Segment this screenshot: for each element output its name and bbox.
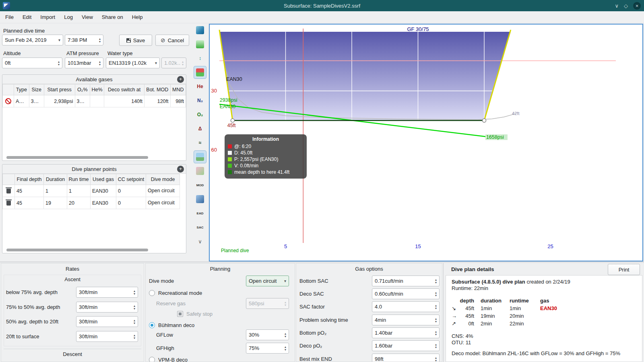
sac-icon[interactable]: SAC [194, 221, 206, 233]
heart-rate-icon[interactable]: ≈ [194, 137, 206, 149]
cell[interactable]: 45 [15, 197, 44, 209]
mod-icon[interactable]: MOD [194, 179, 206, 191]
table-row[interactable]: A…3…2,938psi3…140ft120ft98ft [3, 95, 186, 107]
cell[interactable]: 3… [75, 95, 90, 107]
po2-graph-icon[interactable] [194, 24, 206, 36]
column-header[interactable]: Final depth [15, 174, 44, 185]
cell[interactable]: 3… [29, 95, 44, 107]
delete-point-icon[interactable] [6, 189, 11, 193]
gflow-spinbox[interactable]: 30%▴▾ [246, 329, 289, 340]
gas-option-spinbox[interactable]: 1.60bar▴▾ [372, 340, 440, 351]
spinner-arrows-icon[interactable]: ▴▾ [435, 291, 437, 297]
cell[interactable]: 0 [116, 197, 146, 209]
cell[interactable]: EAN30 [91, 185, 116, 197]
menu-view[interactable]: View [77, 11, 97, 23]
spinner-arrows-icon[interactable]: ▴▾ [435, 304, 437, 310]
menu-help[interactable]: Help [128, 11, 147, 23]
cell[interactable]: 20 [67, 197, 91, 209]
column-header[interactable]: Bot. MOD [144, 84, 171, 95]
menu-import[interactable]: Import [36, 11, 60, 23]
column-header[interactable]: MND [170, 84, 186, 95]
spinner-arrows-icon[interactable]: ▴▾ [285, 346, 286, 351]
spinner-arrows-icon[interactable]: ▴▾ [134, 319, 135, 325]
spinner-arrows-icon[interactable]: ▴▾ [99, 37, 101, 43]
tts-graph-icon[interactable]: Δ [194, 123, 206, 135]
spinner-arrows-icon[interactable]: ▴▾ [435, 330, 437, 336]
cell[interactable]: 1 [67, 185, 91, 197]
cell[interactable] [90, 95, 104, 107]
spinner-arrows-icon[interactable]: ▴▾ [435, 278, 437, 284]
column-header[interactable]: Duration [44, 174, 67, 185]
gfhigh-spinbox[interactable]: 75%▴▾ [246, 343, 289, 354]
menu-file[interactable]: File [1, 11, 18, 23]
o2-graph-icon[interactable]: O₂ [194, 109, 206, 121]
waypoint-handle[interactable] [231, 119, 234, 122]
save-button[interactable]: Save [119, 35, 152, 46]
vpmb-deco-radio[interactable]: VPM-B deco [149, 357, 188, 362]
calculated-ceiling-icon[interactable] [194, 66, 206, 78]
cell[interactable]: 19 [44, 197, 67, 209]
print-button[interactable]: Print [608, 264, 640, 275]
menu-share-on[interactable]: Share on [97, 11, 128, 23]
dive-profile-chart[interactable]: 306051525EAN302938psiEAN3045ft1658psi42f… [209, 24, 643, 261]
cell[interactable]: 0 [116, 185, 146, 197]
cancel-button[interactable]: ⊘ Cancel [155, 35, 189, 46]
table-row[interactable]: 451920EAN300Open circuit [3, 197, 180, 209]
gas-option-spinbox[interactable]: 4.0▴▾ [372, 301, 440, 312]
column-header[interactable]: O₂% [75, 84, 90, 95]
close-icon[interactable]: × [633, 2, 641, 10]
ascent-rate-spinbox[interactable]: 30ft/min▴▾ [76, 287, 138, 298]
delete-point-icon[interactable] [6, 201, 11, 206]
maximize-icon[interactable]: ◇ [624, 3, 628, 9]
column-header[interactable]: Start press [44, 84, 75, 95]
dive-date-combo[interactable]: Sun Feb 24, 2019▾ [2, 35, 63, 45]
column-header[interactable]: Size [29, 84, 44, 95]
gas-option-spinbox[interactable]: 98ft▴▾ [372, 354, 440, 362]
delete-gas-icon[interactable] [5, 98, 11, 104]
column-header[interactable]: CC setpoint [116, 174, 146, 185]
column-header[interactable]: Used gas [91, 174, 116, 185]
dive-master-icon[interactable] [194, 193, 206, 205]
gas-option-spinbox[interactable]: 0.60cuft/min▴▾ [372, 288, 440, 299]
gas-option-spinbox[interactable]: 1.40bar▴▾ [372, 327, 440, 338]
ascent-rate-spinbox[interactable]: 30ft/min▴▾ [76, 302, 138, 313]
photos-icon[interactable] [194, 151, 206, 163]
cell[interactable]: 1 [44, 185, 67, 197]
column-header[interactable]: Deco switch at [104, 84, 144, 95]
gases-horizontal-scrollbar[interactable] [6, 156, 148, 159]
menu-log[interactable]: Log [60, 11, 77, 23]
cell[interactable]: 140ft [104, 95, 144, 107]
n2-graph-icon[interactable]: N₂ [194, 95, 206, 107]
buhlmann-deco-radio[interactable]: Bühlmann deco [149, 322, 194, 328]
pn2-graph-icon[interactable] [194, 38, 206, 50]
points-horizontal-scrollbar[interactable] [6, 249, 148, 251]
spinner-arrows-icon[interactable]: ▴▾ [134, 334, 135, 339]
safety-stop-checkbox[interactable]: Safety stop [177, 311, 213, 317]
ascent-rate-spinbox[interactable]: 30ft/min▴▾ [76, 331, 138, 342]
ead-icon[interactable]: EAD [194, 207, 206, 219]
cell[interactable]: 45 [15, 185, 44, 197]
spinner-arrows-icon[interactable]: ▴▾ [58, 60, 60, 66]
altitude-spinbox[interactable]: 0ft▴▾ [2, 58, 62, 68]
cell[interactable]: Open circuit [146, 185, 180, 197]
table-row[interactable]: 4511EAN300Open circuit [3, 185, 180, 197]
add-gas-button[interactable]: + [177, 76, 184, 83]
minimize-icon[interactable]: ∨ [615, 3, 619, 9]
column-header[interactable]: Run time [67, 174, 91, 185]
cell[interactable]: 2,938psi [44, 95, 75, 107]
spinner-arrows-icon[interactable]: ▴▾ [285, 332, 286, 338]
cell[interactable]: 120ft [144, 95, 171, 107]
cell[interactable]: Open circuit [146, 197, 180, 209]
spinner-arrows-icon[interactable]: ▴▾ [435, 317, 437, 323]
dive-mode-combo[interactable]: Open circuit▾ [246, 276, 289, 286]
column-header[interactable]: Dive mode [146, 174, 180, 185]
spinner-arrows-icon[interactable]: ▴▾ [435, 356, 437, 362]
atm-pressure-spinbox[interactable]: 1013mbar▴▾ [65, 58, 103, 68]
dive-time-spinbox[interactable]: 7:38 PM▴▾ [65, 35, 103, 45]
spinner-arrows-icon[interactable]: ▴▾ [99, 60, 101, 66]
water-type-combo[interactable]: EN13319 (1.02k▾ [106, 58, 160, 68]
spinner-arrows-icon[interactable]: ▴▾ [435, 343, 437, 349]
cell[interactable]: A… [14, 95, 29, 107]
he-graph-icon[interactable]: He [194, 80, 206, 93]
gas-option-spinbox[interactable]: 4min▴▾ [372, 315, 440, 325]
